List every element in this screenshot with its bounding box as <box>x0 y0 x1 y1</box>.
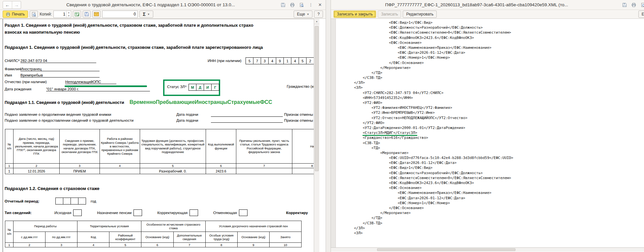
xml-line: </ЗЛ> <box>337 80 644 85</box>
statement2-date-underline <box>211 122 283 123</box>
editor-gutter <box>331 19 336 247</box>
xml-line: <ЕФС:КодВФпоОКЗ>2423.6</ЕФС:КодВФпоОКЗ> <box>337 35 644 40</box>
xml-line-text: <ЕФС:UUID>d776faca-5c10-42e4-b288-3d3d8f… <box>389 156 513 160</box>
lastname-value: Иностранец <box>20 67 100 71</box>
save-button[interactable]: Записать <box>378 11 401 18</box>
more-button[interactable]: Еще ▼ <box>294 11 312 18</box>
page-preview-button[interactable] <box>30 11 38 18</box>
xml-line-text: <УТ2:Отчество>НЕПОДЛЕЖАЩИЙОПС</УТ2:Отчес… <box>371 116 467 120</box>
save-icon[interactable] <box>280 2 286 8</box>
xml-editor-area: <ЕФС:Вид>1</ЕФС:Вид> <ЕФС:Должность>Разн… <box>331 19 644 247</box>
xml-line-text: <ЗЛ> <box>354 231 363 235</box>
left-toolbar: Печать Копий: ▲ ▼ <box>0 10 326 19</box>
inn-label: ИНН (при наличии) <box>208 59 242 63</box>
sigma-icon: Σ <box>143 12 145 17</box>
sum-field[interactable] <box>102 11 138 18</box>
right-horizontal-scrollbar[interactable] <box>331 247 644 252</box>
subsection11-title: Подраздел 1.1. Сведения о трудовой (иной… <box>5 100 124 105</box>
snils-value: 282-347-973 04 <box>20 59 96 63</box>
preview-icon[interactable] <box>640 2 644 8</box>
help-button[interactable]: ? <box>314 11 323 18</box>
xml-line-text: <ЗЛ> <box>354 85 363 90</box>
info-type-checkbox[interactable] <box>133 209 142 216</box>
page-setup-button[interactable] <box>73 11 81 18</box>
info-type-label: Отменяющая <box>213 211 237 215</box>
table1-colnum: 7 <box>236 164 292 168</box>
info-type-checkbox[interactable] <box>73 209 82 216</box>
table2-subheader: Код <box>77 232 109 243</box>
back-button[interactable]: ← <box>3 1 12 9</box>
copies-up-icon[interactable]: ▲ <box>67 11 71 14</box>
table2-subheader: Районный коэффициент <box>109 232 141 243</box>
print-icon[interactable] <box>631 2 637 8</box>
subsection12-title: Подраздел 1.2. Сведения о страховом стаж… <box>5 186 100 191</box>
info-type-label: Исходная <box>54 211 71 215</box>
table1-cell: 1 <box>5 168 14 174</box>
save-icon[interactable] <box>622 2 628 8</box>
inn-cell: 5 <box>246 57 253 64</box>
period-cell <box>63 198 71 205</box>
edit-button[interactable]: Редактировать <box>403 11 437 18</box>
save-document-button[interactable] <box>83 11 91 18</box>
printer-icon <box>6 12 10 16</box>
xml-line: <СтатусЗЛ>МДИГ</СтатусЗЛ> <box>337 130 644 135</box>
xml-line: </ЗЛ> <box>337 226 644 231</box>
print-icon[interactable] <box>289 2 295 8</box>
xml-line-text: <ИНН>573491452352</ИНН> <box>363 96 413 100</box>
report-period-label: Отчетный период: <box>5 199 40 203</box>
right-titlebar: ПФР_7777777777_ЕФС-1_20260113_bd18ab97-3… <box>331 0 644 10</box>
table2-group-header: Условия досрочного назначения страховой … <box>205 221 301 232</box>
info-type-checkbox[interactable] <box>239 209 248 216</box>
table1-colnum: 5 <box>140 164 206 168</box>
table1-colnum: 4 <box>100 164 140 168</box>
preview-icon[interactable] <box>299 2 305 8</box>
xml-code[interactable]: <ЕФС:Вид>1</ЕФС:Вид> <ЕФС:Должность>Разн… <box>336 19 644 247</box>
table1-cell: 2423.6 <box>206 168 236 174</box>
more-dots-icon[interactable]: ⋮ <box>308 2 314 8</box>
forward-button[interactable]: → <box>12 1 21 9</box>
xml-line: <УТ2:ДатаРождения>2000-01-01</УТ2:ДатаРо… <box>337 125 644 130</box>
table2-subheader: Основание (код) <box>141 232 173 243</box>
table2-subheader: с дд.мм.гггг <box>14 232 45 243</box>
xml-line-text: <ЕФС:ЯвляетсяСовместителем>0</ЕФС:Являет… <box>389 30 511 35</box>
xml-line: <ТД> <box>337 145 644 150</box>
inn-cell: 9 <box>276 57 284 64</box>
xml-line-text: </ЕФС:Основание> <box>389 206 424 210</box>
xml-line: </УТ2:ФИО> <box>337 120 644 125</box>
print-button[interactable]: Печать <box>3 11 28 18</box>
copies-input[interactable] <box>54 12 66 17</box>
save-close-button[interactable]: Записать и закрыть <box>334 11 376 18</box>
copies-down-icon[interactable]: ▼ <box>67 14 71 17</box>
xml-line: <ЕФС:Дата>2026-01-12</ЕФС:Дата> <box>337 50 644 55</box>
subsection1-title: Подраздел 1. Сведения о трудовой (иной) … <box>5 45 263 50</box>
scroll-up-icon[interactable]: ▲ <box>314 19 319 24</box>
middlename-value: НеподлежащийОПС <box>65 80 116 84</box>
envelope-icon <box>94 12 99 16</box>
table1-colnum: 6 <box>206 164 236 168</box>
snils-label: СНИЛС⁸ <box>5 59 20 63</box>
info-type-option: Отменяющая <box>213 209 248 215</box>
table1-cell <box>236 168 292 174</box>
birthdate-label: Дата рождения <box>5 87 31 91</box>
xml-line: <ЗЛ> <box>337 85 644 90</box>
xml-line-text: </Мероприятие> <box>380 66 411 70</box>
xml-line: <ЕФС:Наименование>Приказ</ЕФС:Наименован… <box>337 45 644 50</box>
status-label: Статус ЗЛ⁹ <box>167 85 187 89</box>
inn-cell: 2 <box>306 57 314 64</box>
left-scrollbar-thumb[interactable] <box>315 26 319 171</box>
right-scrollbar-thumb[interactable] <box>377 248 515 251</box>
xml-line-text: <ЕФС:КодВФпоОКЗ>2423.6</ЕФС:КодВФпоОКЗ> <box>389 36 474 40</box>
table2-colnum: 7 <box>173 243 205 247</box>
status-cell: И <box>204 84 212 91</box>
info-type-checkbox[interactable] <box>190 209 198 216</box>
panel-splitter[interactable] <box>326 0 331 252</box>
status-cell: Г <box>211 84 219 91</box>
left-vertical-scrollbar[interactable]: ▲ <box>314 19 319 252</box>
citizenship-label: Гражданство (ко <box>287 84 314 88</box>
close-icon[interactable]: ✕ <box>317 2 323 8</box>
send-mail-button[interactable] <box>92 11 101 18</box>
sum-button[interactable]: Σ ▼ <box>139 11 153 18</box>
more-button[interactable]: Еще ▼ <box>638 11 644 18</box>
table1-header: Код выполняемой функции <box>206 129 236 164</box>
table1-header: Дата (число, месяц, год) приема, перевод… <box>14 129 60 164</box>
